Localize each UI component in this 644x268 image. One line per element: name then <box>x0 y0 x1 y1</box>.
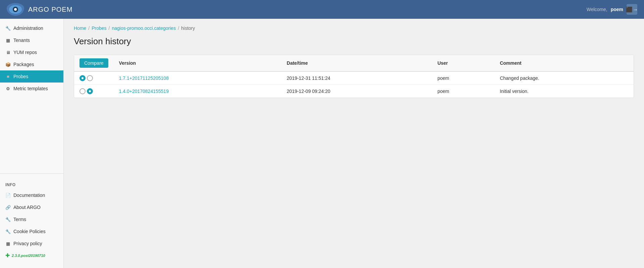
sidebar-item-label: Privacy policy <box>13 241 42 246</box>
version-table-container: Compare Version Date/time User Comment 1… <box>74 55 634 98</box>
main-content: Home / Probes / nagios-promoo.occi.categ… <box>64 19 644 268</box>
th-user: User <box>432 55 494 71</box>
username: poem <box>611 7 623 12</box>
sep-3: / <box>178 25 179 31</box>
sidebar: 🔧 Administration ▦ Tenants 🖥 YUM repos 📦… <box>0 19 64 268</box>
datetime-cell: 2019-12-09 09:24:20 <box>281 85 432 98</box>
th-version: Version <box>114 55 281 71</box>
sidebar-item-cookie-policies[interactable]: 🔧 Cookie Policies <box>0 225 63 237</box>
radio-cell[interactable] <box>74 72 114 85</box>
privacy-icon: ▦ <box>5 241 11 246</box>
gear-icon: ⚙ <box>5 86 11 91</box>
header-left: ARGO POEM <box>7 3 72 16</box>
header-right: Welcome, poem ⬛→ <box>587 4 637 15</box>
list-icon: ≡ <box>5 74 11 79</box>
welcome-text: Welcome, <box>587 7 607 12</box>
logout-button[interactable]: ⬛→ <box>627 4 637 15</box>
package-icon: 📦 <box>5 62 11 67</box>
sidebar-item-label: Probes <box>13 74 28 79</box>
link-icon: 🔗 <box>5 205 11 210</box>
radio-1-row-0[interactable] <box>79 75 86 81</box>
version-cell: 1.7.1+20171125205108 <box>114 71 281 85</box>
sidebar-item-metric-templates[interactable]: ⚙ Metric templates <box>0 83 63 95</box>
cookie-icon: 🔧 <box>5 229 11 234</box>
user-cell: poem <box>432 85 494 98</box>
terms-icon: 🔧 <box>5 217 11 222</box>
sidebar-item-probes[interactable]: ≡ Probes <box>0 70 63 83</box>
sidebar-item-label: Metric templates <box>13 86 48 91</box>
sidebar-item-yum-repos[interactable]: 🖥 YUM repos <box>0 46 63 58</box>
version-link[interactable]: 1.7.1+20171125205108 <box>119 75 169 81</box>
version-table: Compare Version Date/time User Comment 1… <box>74 55 634 98</box>
th-comment: Comment <box>494 55 634 71</box>
comment-cell: Changed package. <box>494 71 634 85</box>
sidebar-info-section: INFO 📄 Documentation 🔗 About ARGO 🔧 Term… <box>0 173 63 265</box>
info-label: INFO <box>0 177 63 189</box>
version-text: 2.3.0.post20190710 <box>12 254 45 258</box>
sidebar-item-label: YUM repos <box>13 50 37 55</box>
grid-icon: ▦ <box>5 38 11 43</box>
sidebar-item-terms[interactable]: 🔧 Terms <box>0 213 63 225</box>
page-title: Version history <box>74 36 634 47</box>
th-datetime: Date/time <box>281 55 432 71</box>
breadcrumb-probes[interactable]: Probes <box>92 25 106 31</box>
sidebar-item-label: Tenants <box>13 38 30 43</box>
radio-2-row-1[interactable] <box>87 88 93 94</box>
sep-2: / <box>109 25 110 31</box>
datetime-cell: 2019-12-31 11:51:24 <box>281 71 432 85</box>
breadcrumb-home[interactable]: Home <box>74 25 86 31</box>
app-title: ARGO POEM <box>28 6 72 13</box>
comment-cell: Initial version. <box>494 85 634 98</box>
breadcrumb: Home / Probes / nagios-promoo.occi.categ… <box>74 25 634 31</box>
version-cell: 1.4.0+20170824155519 <box>114 85 281 98</box>
radio-2-row-0[interactable] <box>87 75 93 81</box>
sidebar-item-label: About ARGO <box>13 205 41 210</box>
monitor-icon: 🖥 <box>5 50 11 55</box>
table-row: 1.4.0+201708241555192019-12-09 09:24:20p… <box>74 85 634 98</box>
sidebar-item-administration[interactable]: 🔧 Administration <box>0 22 63 34</box>
version-link[interactable]: 1.4.0+20170824155519 <box>119 89 169 94</box>
wrench-icon: 🔧 <box>5 26 11 31</box>
doc-icon: 📄 <box>5 193 11 198</box>
sidebar-item-about-argo[interactable]: 🔗 About ARGO <box>0 201 63 213</box>
sep-1: / <box>88 25 90 31</box>
compare-button[interactable]: Compare <box>79 58 108 68</box>
breadcrumb-current: history <box>181 25 195 31</box>
sidebar-item-label: Administration <box>13 25 43 31</box>
layout: 🔧 Administration ▦ Tenants 🖥 YUM repos 📦… <box>0 19 644 268</box>
table-row: 1.7.1+201711252051082019-12-31 11:51:24p… <box>74 71 634 85</box>
sidebar-item-label: Packages <box>13 62 34 67</box>
user-cell: poem <box>432 71 494 85</box>
table-header-row: Compare Version Date/time User Comment <box>74 55 634 71</box>
sidebar-item-label: Documentation <box>13 193 45 198</box>
sidebar-item-privacy-policy[interactable]: ▦ Privacy policy <box>0 237 63 250</box>
radio-cell[interactable] <box>74 85 114 98</box>
sidebar-item-label: Cookie Policies <box>13 229 46 234</box>
sidebar-item-documentation[interactable]: 📄 Documentation <box>0 189 63 201</box>
sidebar-item-tenants[interactable]: ▦ Tenants <box>0 34 63 46</box>
radio-1-row-1[interactable] <box>79 88 86 94</box>
th-compare: Compare <box>74 55 114 71</box>
table-body: 1.7.1+201711252051082019-12-31 11:51:24p… <box>74 71 634 98</box>
sidebar-item-packages[interactable]: 📦 Packages <box>0 58 63 70</box>
version-icon: ✚ <box>5 252 10 259</box>
header: ARGO POEM Welcome, poem ⬛→ <box>0 0 644 19</box>
breadcrumb-probe-name[interactable]: nagios-promoo.occi.categories <box>112 25 176 31</box>
argo-logo <box>7 3 24 16</box>
sidebar-item-label: Terms <box>13 217 26 222</box>
